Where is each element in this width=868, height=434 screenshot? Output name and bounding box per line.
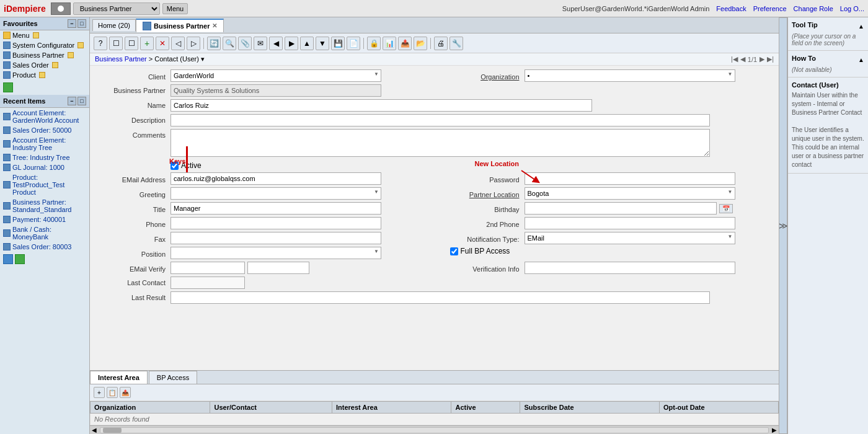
favourites-collapse-btn[interactable]: − bbox=[68, 19, 76, 28]
new-record-btn[interactable]: + bbox=[140, 37, 154, 50]
print-btn[interactable]: 🖨 bbox=[434, 37, 448, 50]
birthday-input[interactable] bbox=[525, 202, 717, 215]
find-btn[interactable]: 🔍 bbox=[223, 37, 236, 50]
recent-item-6[interactable]: Business Partner: Standard_Standard bbox=[0, 197, 89, 215]
favourites-expand-btn[interactable]: □ bbox=[78, 19, 86, 28]
password-input[interactable] bbox=[525, 172, 735, 185]
delete-btn[interactable]: ✕ bbox=[156, 37, 169, 50]
attach-btn[interactable]: 📎 bbox=[238, 37, 252, 50]
business-partner-dropdown[interactable]: Business Partner bbox=[73, 2, 160, 15]
breadcrumb-bp-link[interactable]: Business Partner bbox=[95, 55, 147, 63]
second-phone-input[interactable] bbox=[525, 217, 735, 229]
nav-prev[interactable]: ◀ bbox=[740, 55, 745, 63]
email-input[interactable] bbox=[170, 172, 381, 185]
tab-home[interactable]: Home (20) bbox=[92, 19, 136, 31]
chart-btn[interactable]: 📊 bbox=[383, 37, 396, 50]
sidebar-item-system-configurator[interactable]: System Configurator bbox=[0, 40, 89, 50]
nav-last[interactable]: ▶| bbox=[767, 55, 774, 63]
recent-item-8[interactable]: Bank / Cash: MoneyBank bbox=[0, 224, 89, 242]
right-panel-collapse-btn[interactable]: ≫ bbox=[779, 17, 787, 434]
bp-input[interactable] bbox=[170, 84, 381, 97]
scroll-left-btn[interactable]: ◀ bbox=[90, 427, 99, 433]
sidebar-item-business-partner[interactable]: Business Partner bbox=[0, 50, 89, 60]
bottom-import-btn[interactable]: 📤 bbox=[120, 387, 131, 398]
recent-item-3[interactable]: Tree: Industry Tree bbox=[0, 153, 89, 162]
greeting-select[interactable] bbox=[170, 187, 381, 200]
breadcrumb-dropdown[interactable]: ▾ bbox=[201, 55, 205, 63]
calendar-btn[interactable]: 📅 bbox=[719, 204, 733, 213]
position-select[interactable] bbox=[170, 247, 381, 259]
zoom-btn[interactable]: 🔒 bbox=[367, 37, 381, 50]
next-btn[interactable]: ▷ bbox=[187, 37, 200, 50]
email-verify-code[interactable] bbox=[247, 262, 309, 274]
phone-input[interactable] bbox=[170, 217, 381, 229]
recent-item-5[interactable]: Product: TestProduct_Test Product bbox=[0, 172, 89, 197]
nav-first[interactable]: |◀ bbox=[731, 55, 738, 63]
toggle2-btn[interactable]: ☐ bbox=[125, 37, 138, 50]
title-input[interactable] bbox=[170, 202, 381, 215]
recent-icon-a[interactable] bbox=[3, 254, 13, 264]
nav-next[interactable]: ▶ bbox=[760, 55, 764, 63]
recent-item-2[interactable]: Account Element: Industry Tree bbox=[0, 135, 89, 153]
recent-collapse-btn[interactable]: − bbox=[68, 97, 76, 105]
notification-type-select[interactable]: EMail bbox=[525, 232, 735, 244]
save-btn[interactable]: 💾 bbox=[331, 37, 345, 50]
email-verify-input[interactable] bbox=[170, 262, 245, 274]
scroll-thumb[interactable] bbox=[103, 428, 122, 433]
menu-button[interactable]: Menu bbox=[162, 3, 188, 14]
export-btn[interactable]: 📂 bbox=[414, 37, 427, 50]
favourites-label: Favourites bbox=[3, 20, 38, 27]
sidebar-item-product[interactable]: Product bbox=[0, 70, 89, 80]
help-btn[interactable]: ? bbox=[94, 37, 107, 50]
toggle-btn[interactable]: ☐ bbox=[109, 37, 123, 50]
refresh-btn[interactable]: 🔄 bbox=[207, 37, 221, 50]
window-btn[interactable]: 📤 bbox=[398, 37, 412, 50]
name-input[interactable] bbox=[170, 99, 592, 112]
bottom-export-btn[interactable]: 📋 bbox=[107, 387, 118, 398]
email-btn[interactable]: ✉ bbox=[254, 37, 267, 50]
scroll-track[interactable] bbox=[100, 427, 769, 433]
full-bp-access-checkbox[interactable] bbox=[450, 247, 458, 255]
recent-item-9[interactable]: Sales Order: 80003 bbox=[0, 242, 89, 252]
scroll-right-btn[interactable]: ▶ bbox=[770, 427, 779, 433]
client-select[interactable]: GardenWorld bbox=[170, 69, 381, 82]
recent-icon-b[interactable] bbox=[15, 254, 25, 264]
verification-info-input[interactable] bbox=[525, 262, 735, 274]
horizontal-scrollbar[interactable]: ◀ ▶ bbox=[90, 425, 779, 434]
last-result-input[interactable] bbox=[170, 291, 710, 304]
report-btn[interactable]: 📄 bbox=[347, 37, 360, 50]
scroll-down[interactable]: ▼ bbox=[316, 37, 329, 50]
recent-item-1[interactable]: Sales Order: 50000 bbox=[0, 125, 89, 135]
sep2 bbox=[363, 38, 364, 49]
sidebar-item-menu[interactable]: Menu bbox=[0, 30, 89, 40]
scroll-up[interactable]: ▲ bbox=[300, 37, 314, 50]
history-next[interactable]: ▶ bbox=[285, 37, 298, 50]
change-role-link[interactable]: Change Role bbox=[794, 5, 833, 12]
logout-link[interactable]: Log O... bbox=[840, 5, 864, 12]
settings-btn[interactable]: 🔧 bbox=[450, 37, 463, 50]
new-item-icon[interactable] bbox=[3, 82, 13, 92]
fax-input[interactable] bbox=[170, 232, 381, 244]
bottom-new-btn[interactable]: + bbox=[94, 387, 105, 398]
app-logo: iDempiere bbox=[4, 4, 46, 14]
recent-expand-btn[interactable]: □ bbox=[78, 97, 86, 105]
organization-select[interactable]: • bbox=[525, 69, 735, 82]
comments-textarea[interactable] bbox=[170, 129, 710, 157]
last-contact-input[interactable] bbox=[170, 277, 245, 289]
recent-item-7[interactable]: Payment: 400001 bbox=[0, 215, 89, 224]
history-prev[interactable]: ◀ bbox=[269, 37, 283, 50]
prev-btn[interactable]: ◁ bbox=[171, 37, 185, 50]
howto-collapse-icon[interactable]: ▲ bbox=[858, 56, 864, 63]
tab-business-partner[interactable]: Business Partner ✕ bbox=[136, 19, 224, 32]
feedback-link[interactable]: Feedback bbox=[716, 5, 746, 12]
tab-bp-access[interactable]: BP Access bbox=[149, 371, 197, 384]
tab-close-btn[interactable]: ✕ bbox=[212, 22, 217, 29]
sidebar-item-sales-order[interactable]: Sales Order bbox=[0, 60, 89, 70]
preference-link[interactable]: Preference bbox=[753, 5, 787, 12]
tooltip-collapse-icon[interactable]: ▲ bbox=[858, 23, 864, 30]
description-input[interactable] bbox=[170, 114, 710, 126]
partner-location-select[interactable]: Bogota bbox=[525, 187, 735, 200]
tab-interest-area[interactable]: Interest Area bbox=[90, 371, 148, 384]
recent-item-0[interactable]: Account Element: GardenWorld Account bbox=[0, 108, 89, 125]
recent-item-4[interactable]: GL Journal: 1000 bbox=[0, 162, 89, 172]
